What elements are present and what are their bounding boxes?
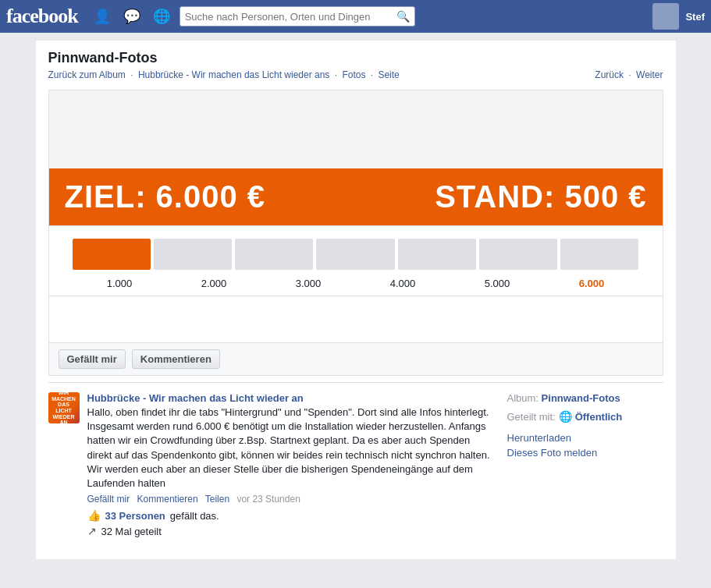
progress-bars [73, 239, 639, 270]
likes-count[interactable]: 33 Personen [105, 510, 165, 522]
share-icon: ↗ [87, 525, 97, 537]
post-like-link[interactable]: Gefällt mir [87, 494, 130, 505]
goal-banner: ZIEL: 6.000 € STAND: 500 € [49, 168, 663, 225]
search-input[interactable] [185, 11, 396, 23]
nav-next-link[interactable]: Weiter [636, 69, 663, 80]
share-value: Öffentlich [575, 411, 623, 423]
search-button[interactable]: 🔍 [396, 10, 410, 23]
album-link[interactable]: Pinnwand-Fotos [542, 392, 620, 404]
report-link[interactable]: Dieses Foto melden [507, 447, 663, 459]
goal-text: ZIEL: 6.000 € [65, 179, 266, 214]
post-text: Hallo, oben findet ihr die tabs "Hinterg… [87, 406, 498, 491]
page-title: Pinnwand-Fotos [48, 50, 663, 66]
post-section: WIRMACHENDASLICHTWIEDER AN Hubbrücke - W… [48, 382, 663, 550]
post-meta: Gefällt mir Kommentieren Teilen vor 23 S… [87, 494, 498, 505]
post-share-link[interactable]: Teilen [205, 494, 229, 505]
globe-icon[interactable]: 🌐 [150, 5, 173, 28]
action-bar: Gefällt mir Kommentieren [48, 343, 663, 376]
likes-stat: 👍 33 Personen gefällt das. [87, 509, 498, 522]
breadcrumb: Zurück zum Album · Hubbrücke - Wir mache… [48, 69, 663, 80]
likes-label: gefällt das. [170, 510, 219, 522]
facebook-logo: facebook [6, 5, 78, 28]
progress-bar-1 [73, 239, 151, 270]
download-link[interactable]: Herunterladen [507, 432, 663, 444]
user-name: Stef [685, 11, 705, 23]
progress-bar-5 [398, 239, 476, 270]
label-6000: 6.000 [545, 278, 639, 289]
share-label: Geteilt mit: [507, 411, 556, 423]
seite-link[interactable]: Seite [378, 69, 399, 80]
white-space [48, 296, 663, 343]
main-content: Pinnwand-Fotos Zurück zum Album · Hubbrü… [36, 41, 676, 559]
post-content: Hubbrücke - Wir machen das Licht wieder … [87, 392, 498, 540]
label-5000: 5.000 [450, 278, 545, 289]
progress-bar-6 [479, 239, 557, 270]
stand-text: STAND: 500 € [435, 179, 646, 214]
share-info: Geteilt mit: 🌐 Öffentlich [507, 410, 663, 423]
shares-stat: ↗ 32 Mal geteilt [87, 525, 498, 537]
post-avatar: WIRMACHENDASLICHTWIEDER AN [48, 392, 80, 423]
progress-bar-7 [560, 239, 638, 270]
photo-area: ZIEL: 6.000 € STAND: 500 € [48, 90, 663, 226]
post-sidebar: Album: Pinnwand-Fotos Geteilt mit: 🌐 Öff… [507, 392, 663, 540]
friends-icon[interactable]: 👤 [91, 5, 114, 28]
label-1000: 1.000 [73, 278, 167, 289]
page-name-link[interactable]: Hubbrücke - Wir machen das Licht wieder … [138, 69, 329, 80]
shares-count: 32 Mal geteilt [101, 526, 162, 537]
post-author-link[interactable]: Hubbrücke - Wir machen das Licht wieder … [87, 392, 304, 404]
messages-icon[interactable]: 💬 [120, 5, 144, 28]
label-3000: 3.000 [261, 278, 356, 289]
label-4000: 4.000 [356, 278, 450, 289]
header: facebook 👤 💬 🌐 🔍 Stef [0, 0, 711, 33]
back-to-album-link[interactable]: Zurück zum Album [48, 69, 126, 80]
album-label: Album: [507, 392, 539, 404]
search-bar: 🔍 [180, 6, 415, 27]
label-2000: 2.000 [167, 278, 261, 289]
fotos-link[interactable]: Fotos [342, 69, 365, 80]
thumbs-up-icon: 👍 [87, 509, 101, 522]
avatar[interactable] [652, 3, 679, 30]
progress-section: 1.000 2.000 3.000 4.000 5.000 6.000 [48, 226, 663, 296]
progress-bar-4 [316, 239, 394, 270]
globe-icon: 🌐 [559, 410, 572, 423]
progress-bar-2 [154, 239, 232, 270]
nav-back-link[interactable]: Zurück [595, 69, 624, 80]
sidebar-links: Herunterladen Dieses Foto melden [507, 432, 663, 459]
comment-button[interactable]: Kommentieren [132, 349, 220, 369]
post-time: vor 23 Stunden [236, 494, 300, 505]
like-button[interactable]: Gefällt mir [59, 349, 126, 369]
post-comment-link[interactable]: Kommentieren [137, 494, 198, 505]
progress-labels: 1.000 2.000 3.000 4.000 5.000 6.000 [73, 275, 639, 289]
progress-bar-3 [235, 239, 313, 270]
post-left: WIRMACHENDASLICHTWIEDER AN Hubbrücke - W… [48, 392, 498, 540]
post-stats: 👍 33 Personen gefällt das. ↗ 32 Mal gete… [87, 509, 498, 537]
album-info: Album: Pinnwand-Fotos [507, 392, 663, 404]
